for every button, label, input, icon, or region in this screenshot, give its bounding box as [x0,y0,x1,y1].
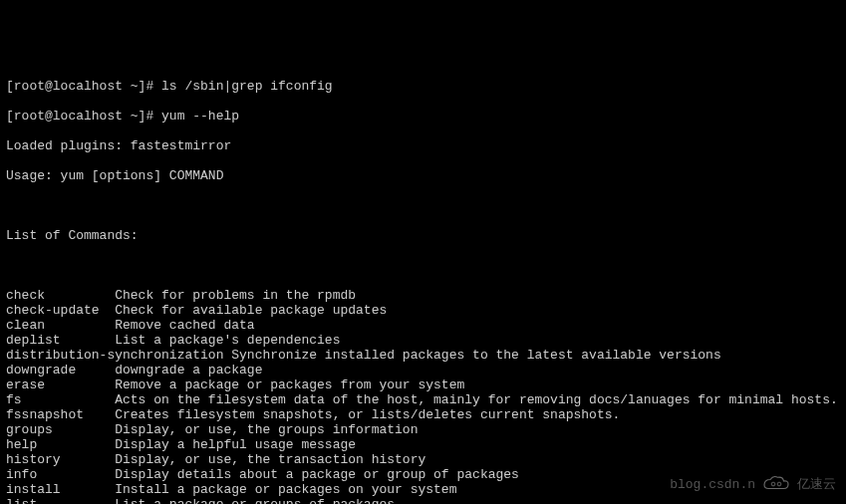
watermark-brand: 亿速云 [797,477,836,492]
command-row: deplist List a package's dependencies [6,333,840,348]
usage-line: Usage: yum [options] COMMAND [6,168,840,183]
command-row: clean Remove cached data [6,318,840,333]
command-row: help Display a helpful usage message [6,437,840,452]
blank-line [6,198,840,213]
shell-prompt-line-1: [root@localhost ~]# ls /sbin|grep ifconf… [6,79,840,94]
command-row: erase Remove a package or packages from … [6,378,840,392]
commands-list: check Check for problems in the rpmdbche… [6,288,840,504]
command-row: downgrade downgrade a package [6,363,840,378]
watermark-text: blog.csdn.n [670,477,755,492]
command-row: distribution-synchronization Synchronize… [6,348,840,363]
command-row: fssnapshot Creates filesystem snapshots,… [6,407,840,422]
cloud-icon [761,474,791,494]
svg-point-0 [771,482,775,486]
blank-line [6,258,840,273]
terminal-output: [root@localhost ~]# ls /sbin|grep ifconf… [6,64,840,504]
command-row: history Display, or use, the transaction… [6,452,840,467]
command-row: list List a package or groups of package… [6,497,840,504]
command-row: fs Acts on the filesystem data of the ho… [6,392,840,407]
svg-point-1 [777,482,781,486]
command-row: check-update Check for available package… [6,303,840,318]
command-row: check Check for problems in the rpmdb [6,288,840,303]
watermark: blog.csdn.n 亿速云 [670,474,836,494]
commands-header: List of Commands: [6,228,840,243]
plugins-line: Loaded plugins: fastestmirror [6,138,840,153]
command-row: groups Display, or use, the groups infor… [6,422,840,437]
shell-prompt-line-2: [root@localhost ~]# yum --help [6,109,840,124]
